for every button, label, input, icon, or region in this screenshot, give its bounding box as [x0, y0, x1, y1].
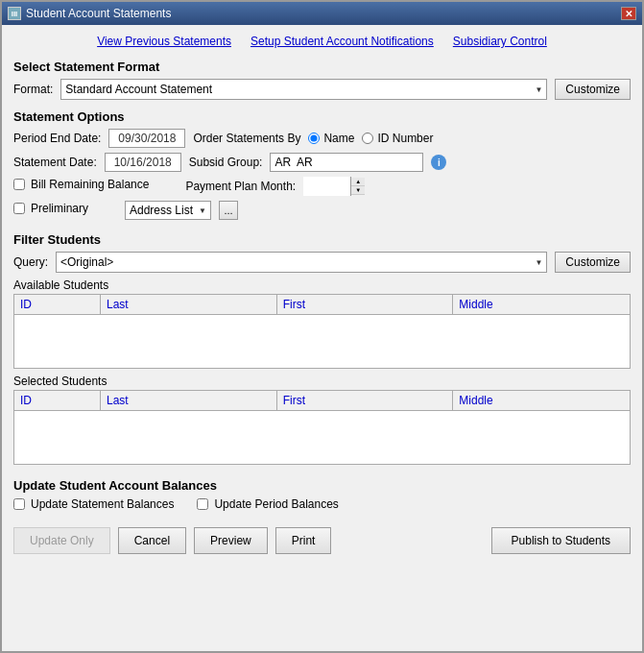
preliminary-label: Preliminary — [31, 202, 88, 215]
query-row: Query: <Original> ▼ Customize — [13, 252, 631, 273]
update-statement-row: Update Statement Balances — [13, 497, 174, 511]
id-radio[interactable] — [362, 133, 373, 144]
content-area: View Previous Statements Setup Student A… — [2, 25, 642, 651]
selected-students-label: Selected Students — [13, 375, 631, 388]
format-value: Standard Account Statement — [65, 83, 212, 96]
bill-remaining-checkbox-row: Bill Remaining Balance — [13, 178, 149, 191]
selected-students-table: ID Last First Middle — [13, 390, 631, 465]
update-checkboxes-row: Update Statement Balances Update Period … — [13, 497, 631, 515]
selected-table-body — [14, 411, 630, 464]
bill-remaining-checkbox[interactable] — [13, 179, 25, 190]
selected-col-last[interactable]: Last — [101, 391, 277, 410]
period-end-label: Period End Date: — [13, 132, 101, 145]
available-students-label: Available Students — [13, 278, 631, 292]
query-customize-button[interactable]: Customize — [555, 252, 631, 273]
update-period-row: Update Period Balances — [197, 497, 338, 511]
query-combo-arrow: ▼ — [535, 258, 542, 267]
payment-plan-down-button[interactable]: ▼ — [351, 186, 365, 195]
format-row: Format: Standard Account Statement ▼ Cus… — [13, 79, 631, 100]
selected-table-header: ID Last First Middle — [14, 391, 630, 411]
statement-options-section: Statement Options Period End Date: Order… — [13, 106, 631, 225]
available-col-middle[interactable]: Middle — [453, 295, 630, 314]
cancel-button[interactable]: Cancel — [118, 527, 186, 554]
view-previous-link[interactable]: View Previous Statements — [97, 35, 231, 48]
format-label: Format: — [13, 83, 53, 96]
name-radio-group: Name — [308, 132, 354, 145]
available-col-last[interactable]: Last — [101, 295, 277, 314]
period-end-input[interactable] — [108, 129, 185, 148]
format-customize-button[interactable]: Customize — [555, 79, 631, 100]
filter-students-header: Filter Students — [13, 232, 631, 247]
statement-date-label: Statement Date: — [13, 156, 97, 169]
address-list-value: Address List — [130, 204, 193, 217]
select-format-section: Select Statement Format Format: Standard… — [13, 56, 631, 106]
info-icon[interactable]: i — [431, 155, 446, 170]
print-button[interactable]: Print — [275, 527, 332, 554]
subsid-label: Subsid Group: — [189, 156, 263, 169]
update-period-label: Update Period Balances — [214, 497, 338, 511]
setup-notifications-link[interactable]: Setup Student Account Notifications — [250, 35, 434, 48]
preliminary-checkbox-row: Preliminary — [13, 202, 88, 215]
select-format-header: Select Statement Format — [13, 60, 631, 74]
update-statement-label: Update Statement Balances — [31, 497, 174, 511]
name-radio-label: Name — [323, 132, 354, 145]
query-value: <Original> — [60, 255, 113, 269]
subsid-input[interactable] — [270, 153, 423, 172]
publish-button[interactable]: Publish to Students — [491, 527, 631, 554]
bill-remaining-row: Bill Remaining Balance Payment Plan Mont… — [13, 177, 631, 196]
address-dots-button[interactable]: ... — [219, 201, 238, 220]
available-students-section: Available Students ID Last First Middle — [13, 278, 631, 369]
query-combo[interactable]: <Original> ▼ — [56, 252, 547, 273]
update-section-header: Update Student Account Balances — [13, 478, 631, 493]
selected-col-id[interactable]: ID — [14, 391, 101, 410]
selected-students-section: Selected Students ID Last First Middle — [13, 375, 631, 465]
title-bar: III Student Account Statements ✕ — [2, 2, 642, 25]
query-label: Query: — [13, 255, 48, 269]
period-end-row: Period End Date: Order Statements By Nam… — [13, 129, 631, 148]
selected-col-middle[interactable]: Middle — [453, 391, 630, 410]
statement-options-header: Statement Options — [13, 109, 631, 124]
window-icon: III — [8, 7, 21, 20]
format-combo[interactable]: Standard Account Statement ▼ — [60, 79, 547, 100]
preview-button[interactable]: Preview — [194, 527, 268, 554]
order-by-label: Order Statements By — [193, 132, 300, 145]
statement-date-input[interactable] — [105, 153, 181, 172]
payment-plan-up-button[interactable]: ▲ — [351, 178, 365, 186]
main-window: III Student Account Statements ✕ View Pr… — [0, 0, 644, 653]
payment-plan-spinners: ▲ ▼ — [351, 178, 365, 195]
available-table-body — [14, 315, 630, 368]
window-title: Student Account Statements — [26, 7, 171, 20]
name-radio[interactable] — [308, 133, 320, 144]
update-only-button[interactable]: Update Only — [13, 527, 110, 554]
available-col-first[interactable]: First — [277, 295, 454, 314]
close-button[interactable]: ✕ — [621, 7, 636, 20]
update-section: Update Student Account Balances Update S… — [13, 474, 631, 520]
filter-students-section: Filter Students Query: <Original> ▼ Cust… — [13, 229, 631, 278]
id-radio-group: ID Number — [362, 132, 433, 145]
title-bar-left: III Student Account Statements — [8, 7, 171, 20]
subsidiary-control-link[interactable]: Subsidiary Control — [453, 35, 547, 48]
address-combo-arrow: ▼ — [199, 206, 206, 215]
payment-plan-label: Payment Plan Month: — [185, 180, 296, 193]
selected-col-first[interactable]: First — [277, 391, 454, 410]
format-combo-arrow: ▼ — [535, 85, 542, 94]
update-period-checkbox[interactable] — [197, 498, 208, 510]
available-col-id[interactable]: ID — [14, 295, 101, 314]
preliminary-checkbox[interactable] — [13, 203, 25, 214]
id-radio-label: ID Number — [377, 132, 433, 145]
address-list-combo[interactable]: Address List ▼ — [125, 201, 211, 220]
bottom-buttons: Update Only Cancel Preview Print Publish… — [13, 527, 631, 558]
payment-plan-input[interactable] — [303, 177, 351, 196]
preliminary-row: Preliminary Address List ▼ ... — [13, 201, 631, 220]
statement-date-row: Statement Date: Subsid Group: i — [13, 153, 631, 172]
top-links: View Previous Statements Setup Student A… — [13, 33, 631, 48]
available-students-table: ID Last First Middle — [13, 294, 631, 369]
available-table-header: ID Last First Middle — [14, 295, 630, 315]
payment-plan-input-wrapper: ▲ ▼ — [303, 177, 365, 196]
update-statement-checkbox[interactable] — [13, 498, 25, 510]
bill-remaining-label: Bill Remaining Balance — [31, 178, 149, 191]
